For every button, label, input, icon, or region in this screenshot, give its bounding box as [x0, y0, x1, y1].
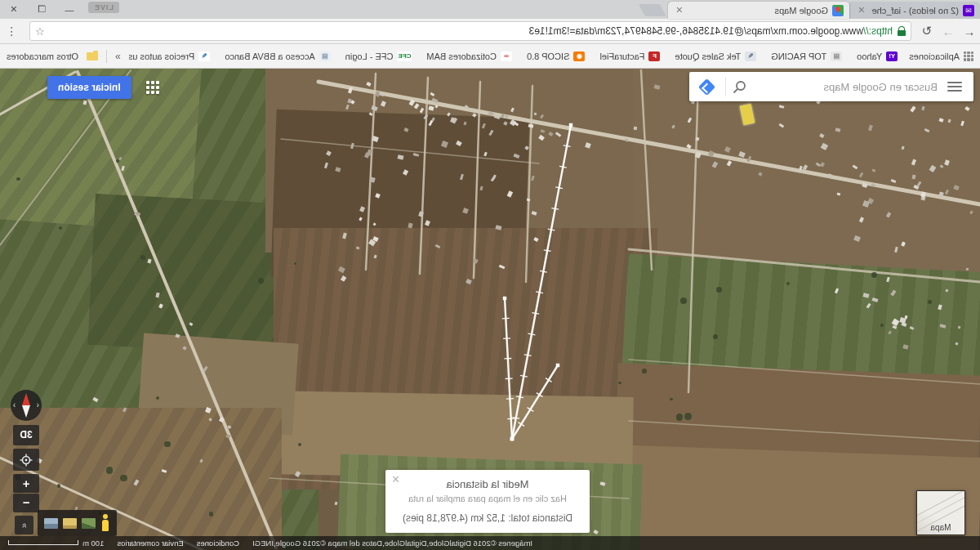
bookmark-label: CFE - Login	[345, 51, 394, 61]
bookmarks-right: » Otros marcadores	[7, 50, 121, 63]
search-icon[interactable]	[726, 80, 754, 94]
signin-button[interactable]: Iniciar sesión	[47, 76, 131, 99]
bookmark-item[interactable]: ✎ Tek Sales Quote	[675, 51, 756, 61]
url-scheme: https://	[863, 25, 893, 37]
dialog-close-icon[interactable]: ✕	[391, 474, 400, 485]
zoom-out-button[interactable]: −	[13, 494, 39, 512]
restore-button[interactable]: ❐	[28, 4, 56, 15]
map-mode-label: Mapa	[917, 523, 964, 532]
bookmark-item[interactable]: ✎ Precios autos usados	[129, 51, 211, 61]
bookmark-item[interactable]: F FacturaFiel	[599, 51, 660, 61]
bookmark-label: TOP RACING	[771, 51, 826, 61]
imagery-attribution: Imágenes ©2016 DigitalGlobe,DigitalGlobe…	[252, 539, 532, 548]
my-location-button[interactable]	[13, 449, 39, 471]
tab-title: Google Maps	[689, 6, 828, 16]
apps-grid-icon	[964, 51, 973, 61]
scale-line	[8, 540, 78, 545]
signin-zone: Iniciar sesión	[47, 76, 159, 99]
bookmark-star-icon[interactable]: ☆	[35, 25, 45, 38]
google-apps-icon[interactable]	[146, 81, 159, 94]
bookmark-label: FacturaFiel	[599, 51, 644, 61]
imagery-thumbnail[interactable]	[44, 518, 58, 529]
tab-google-maps[interactable]: Google Maps ✕	[668, 2, 849, 19]
bookmark-favicon: ▤	[831, 51, 842, 61]
3d-button[interactable]: 3D	[13, 425, 39, 445]
close-button[interactable]: ✕	[0, 4, 28, 15]
imagery-carousel	[38, 510, 117, 536]
bookmark-label: Yahoo	[857, 51, 882, 61]
compass-needle-north	[22, 393, 30, 405]
back-button[interactable]: ←	[959, 25, 980, 38]
compass-needle-south	[22, 405, 30, 418]
maps-search-card: Buscar en Google Maps	[689, 72, 973, 101]
dialog-subtitle: Haz clic en el mapa para ampliar la ruta	[385, 494, 590, 503]
terms-link[interactable]: Condiciones	[197, 539, 239, 548]
bookmark-item[interactable]: CFE CFE - Login	[345, 51, 412, 61]
bookmark-item[interactable]: Y! Yahoo	[857, 51, 898, 61]
folder-icon	[87, 52, 98, 60]
apps-shortcut[interactable]: Aplicaciones	[909, 51, 973, 61]
imagery-thumbnail[interactable]	[63, 518, 77, 529]
apps-label: Aplicaciones	[909, 51, 960, 61]
bookmark-item[interactable]: ∞ Cotizadores BAM	[426, 51, 512, 61]
browser-toolbar: ← → ↻ https://www.google.com.mx/maps/@19…	[0, 19, 980, 44]
bookmark-favicon: CFE	[397, 51, 412, 61]
scale-bar: 100 m	[8, 539, 104, 548]
bookmark-label: Precios autos usados	[129, 51, 195, 61]
url-text[interactable]: https://www.google.com.mx/maps/@19.41358…	[50, 25, 893, 37]
bookmark-favicon: ∞	[501, 51, 512, 61]
bookmarks-bar: Aplicaciones Y! Yahoo ▤ TOP RACING ✎ Tek…	[0, 44, 980, 69]
card-divider	[725, 77, 726, 96]
directions-icon[interactable]	[689, 81, 725, 93]
tab-title: (2 no leídos) - iaf_chevr	[871, 6, 959, 16]
other-bookmarks-label[interactable]: Otros marcadores	[7, 51, 78, 61]
browser-menu-icon[interactable]: ⋮	[0, 25, 23, 38]
google-maps-icon	[832, 5, 844, 16]
mirrored-screen: ✉ (2 no leídos) - iaf_chevr ✕ Google Map…	[0, 0, 980, 550]
rotate-right-icon[interactable]: ›	[13, 400, 16, 409]
bookmark-favicon: Y!	[886, 51, 898, 61]
new-tab-button[interactable]	[639, 4, 666, 16]
window-controls: — ❐ ✕	[0, 0, 83, 19]
bookmark-item[interactable]: ▤ TOP RACING	[771, 51, 842, 61]
tab-yahoo-mail[interactable]: ✉ (2 no leídos) - iaf_chevr ✕	[849, 2, 980, 19]
bookmark-favicon: ◉	[573, 51, 585, 61]
forward-button[interactable]: →	[938, 25, 959, 38]
map-mode-toggle[interactable]: Mapa	[916, 490, 965, 535]
bookmark-item[interactable]: ◉ SICOP 8.0	[527, 51, 585, 61]
minimize-button[interactable]: —	[56, 5, 83, 15]
compass-control[interactable]: ‹ ›	[11, 390, 42, 421]
bookmark-favicon: ▤	[319, 51, 331, 61]
bookmark-list: Y! Yahoo ▤ TOP RACING ✎ Tek Sales Quote …	[129, 51, 898, 61]
yahoo-mail-icon: ✉	[963, 5, 974, 16]
scale-label: 100 m	[82, 539, 104, 548]
refresh-button[interactable]: ↻	[916, 24, 938, 38]
zoom-in-button[interactable]: +	[13, 474, 39, 493]
tab-close-icon[interactable]: ✕	[674, 5, 685, 16]
distance-total: Distancia total: 1,52 km (4.978,18 pies)	[385, 512, 590, 524]
bookmark-favicon: ✎	[745, 51, 756, 61]
address-bar[interactable]: https://www.google.com.mx/maps/@19.41358…	[29, 21, 911, 41]
bookmarks-divider	[106, 50, 107, 63]
tab-close-icon[interactable]: ✕	[856, 5, 867, 16]
dialog-title: Medir la distancia	[385, 478, 590, 490]
overlay-badge: LIVE	[88, 2, 119, 13]
bookmark-label: Tek Sales Quote	[675, 51, 741, 61]
search-input[interactable]: Buscar en Google Maps	[754, 81, 938, 93]
bookmark-label: SICOP 8.0	[527, 51, 569, 61]
tab-strip: ✉ (2 no leídos) - iaf_chevr ✕ Google Map…	[0, 0, 980, 19]
bookmarks-overflow-chevron[interactable]: »	[115, 51, 121, 62]
carousel-expand-button[interactable]: «	[15, 516, 33, 534]
url-rest: www.google.com.mx/maps/@19.4135846,-99.5…	[529, 25, 863, 37]
browser-window: ✉ (2 no leídos) - iaf_chevr ✕ Google Map…	[0, 0, 980, 550]
measure-distance-dialog: Medir la distancia Haz clic en el mapa p…	[385, 470, 590, 533]
feedback-link[interactable]: Enviar comentarios	[117, 539, 183, 548]
imagery-thumbnail[interactable]	[82, 518, 96, 529]
pegman-icon[interactable]	[100, 513, 110, 533]
bookmark-favicon: ✎	[198, 51, 210, 61]
rotate-left-icon[interactable]: ‹	[37, 400, 39, 409]
secure-lock-icon[interactable]	[898, 26, 906, 36]
menu-hamburger-icon[interactable]	[947, 82, 962, 92]
bookmark-label: Cotizadores BAM	[426, 51, 497, 61]
bookmark-item[interactable]: ▤ Acceso a BBVA Banco	[225, 51, 330, 61]
